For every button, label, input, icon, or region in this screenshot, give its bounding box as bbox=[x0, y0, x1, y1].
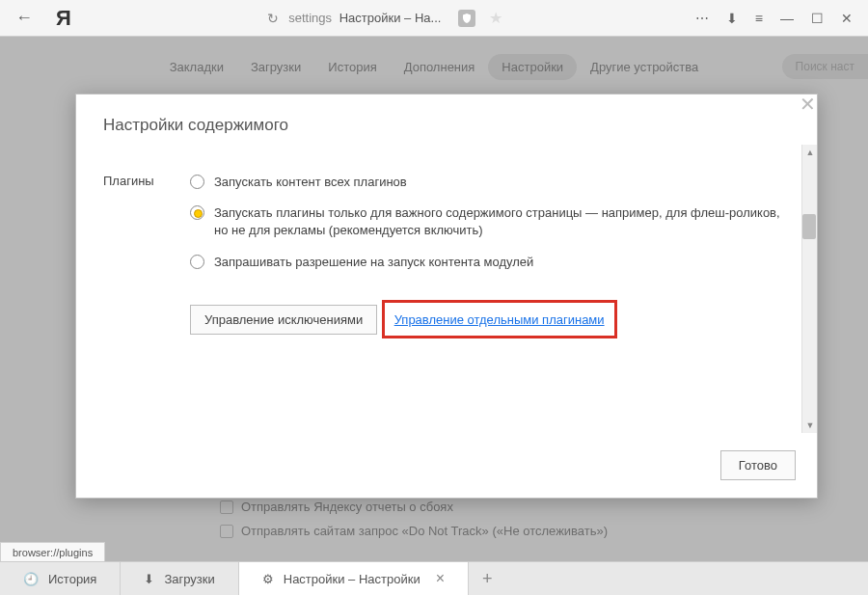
bookmark-star-icon[interactable]: ★ bbox=[489, 9, 502, 27]
titlebar: ← Я ↻ settings Настройки – На... ★ ⋯ ⬇ ≡… bbox=[0, 0, 868, 37]
radio-icon[interactable] bbox=[190, 175, 204, 189]
plugin-option-important-only[interactable]: Запускать плагины только для важного сод… bbox=[190, 204, 790, 239]
modal-title: Настройки содержимого bbox=[76, 95, 817, 145]
radio-icon[interactable] bbox=[190, 205, 204, 220]
scroll-down-icon[interactable]: ▼ bbox=[802, 418, 817, 433]
bottom-tabstrip: 🕘 История ⬇ Загрузки ⚙ Настройки – Настр… bbox=[0, 561, 868, 595]
more-dots-icon[interactable]: ⋯ bbox=[695, 13, 709, 24]
bottom-tab-settings[interactable]: ⚙ Настройки – Настройки × bbox=[239, 562, 469, 595]
new-tab-button[interactable]: + bbox=[469, 562, 506, 595]
plugin-option-run-all[interactable]: Запускать контент всех плагинов bbox=[190, 174, 790, 191]
menu-icon[interactable]: ≡ bbox=[755, 11, 763, 26]
reload-icon[interactable]: ↻ bbox=[267, 11, 279, 26]
download-arrow-icon: ⬇ bbox=[144, 572, 154, 586]
content-settings-modal: ✕ Настройки содержимого ▲ ▼ Плагины Запу… bbox=[75, 94, 818, 499]
close-window-button[interactable]: ✕ bbox=[841, 11, 853, 26]
highlighted-link-box: Управление отдельными плагинами bbox=[382, 300, 617, 338]
back-button[interactable]: ← bbox=[8, 4, 41, 32]
scroll-up-icon[interactable]: ▲ bbox=[802, 145, 817, 160]
tab-close-icon[interactable]: × bbox=[436, 570, 445, 587]
manage-individual-plugins-link[interactable]: Управление отдельными плагинами bbox=[394, 312, 605, 327]
status-bar: browser://plugins bbox=[0, 542, 105, 561]
gear-icon: ⚙ bbox=[262, 572, 274, 586]
plugins-section-label: Плагины bbox=[103, 174, 171, 338]
done-button[interactable]: Готово bbox=[720, 450, 796, 480]
bottom-tab-history[interactable]: 🕘 История bbox=[0, 562, 121, 595]
manage-exceptions-button[interactable]: Управление исключениями bbox=[190, 305, 377, 335]
downloads-icon[interactable]: ⬇ bbox=[726, 11, 738, 26]
radio-icon[interactable] bbox=[190, 255, 204, 269]
bottom-tab-downloads[interactable]: ⬇ Загрузки bbox=[121, 562, 238, 595]
scroll-thumb[interactable] bbox=[802, 214, 816, 239]
shield-icon[interactable] bbox=[458, 10, 475, 27]
yandex-logo[interactable]: Я bbox=[52, 6, 75, 31]
modal-close-button[interactable]: ✕ bbox=[796, 93, 819, 116]
clock-icon: 🕘 bbox=[23, 572, 39, 586]
minimize-button[interactable]: — bbox=[780, 11, 794, 26]
maximize-button[interactable]: ☐ bbox=[811, 11, 824, 26]
plugin-option-ask[interactable]: Запрашивать разрешение на запуск контент… bbox=[190, 254, 790, 271]
address-bar[interactable]: settings Настройки – На... bbox=[288, 11, 441, 25]
modal-scrollbar[interactable]: ▲ ▼ bbox=[801, 145, 817, 433]
